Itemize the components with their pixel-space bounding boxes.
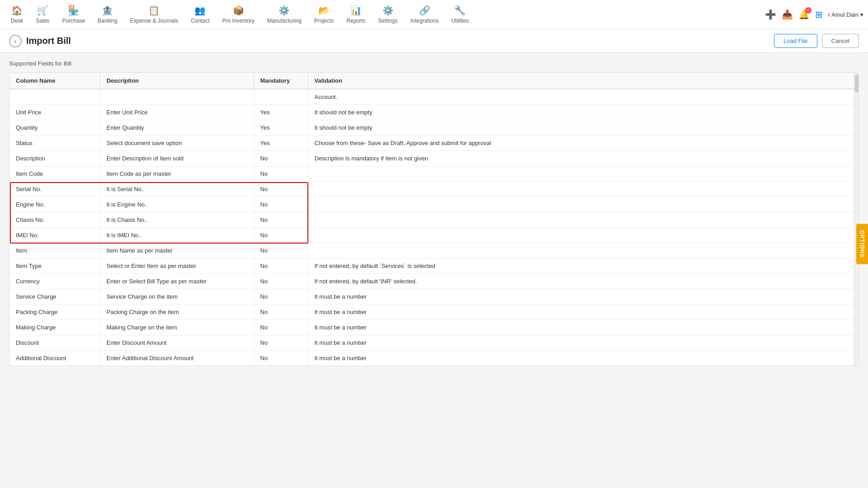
section-title: Supported Fields for Bill bbox=[9, 60, 859, 67]
cell-mandatory: No bbox=[254, 228, 308, 243]
table-row: Making ChargeMaking Charge on the itemNo… bbox=[9, 320, 859, 335]
nav-item-contact[interactable]: 👥Contact bbox=[184, 1, 216, 28]
banking-icon: 🏦 bbox=[102, 5, 113, 16]
cell-column_name: Discount bbox=[9, 335, 100, 351]
table-row: Account. bbox=[9, 89, 859, 105]
notification-wrapper: 🔔 0 bbox=[798, 9, 810, 20]
cell-description: It is Engine No.. bbox=[100, 197, 254, 212]
cell-column_name: Chasis No. bbox=[9, 212, 100, 228]
nav-items: 🏠Desk🛒Sales🏪Purchase🏦Banking📋Expense & J… bbox=[5, 1, 765, 28]
nav-item-desk[interactable]: 🏠Desk bbox=[5, 1, 29, 28]
cell-column_name: Engine No. bbox=[9, 197, 100, 212]
cell-description: Enter Unit Price bbox=[100, 105, 254, 120]
cell-validation: It must be a number bbox=[308, 351, 859, 366]
cell-validation bbox=[308, 166, 859, 182]
projects-icon: 📂 bbox=[318, 5, 330, 16]
manufacturing-icon: ⚙️ bbox=[278, 5, 290, 16]
cell-validation: If not entered, by default `Services` is… bbox=[308, 258, 859, 274]
cell-column_name: Unit Price bbox=[9, 105, 100, 120]
cell-column_name: Serial No. bbox=[9, 182, 100, 197]
table-row: IMEI No.It is IMEI No..No bbox=[9, 228, 859, 243]
integrations-icon: 🔗 bbox=[419, 5, 430, 16]
nav-item-settings[interactable]: ⚙️Settings bbox=[372, 1, 404, 28]
scroll-thumb bbox=[855, 75, 859, 93]
nav-item-utilities[interactable]: 🔧Utilities bbox=[445, 1, 475, 28]
cell-mandatory: Yes bbox=[254, 120, 308, 136]
table-row: StatusSelect document save optionYesChoo… bbox=[9, 136, 859, 151]
cell-mandatory: No bbox=[254, 335, 308, 351]
nav-label-contact: Contact bbox=[191, 18, 209, 24]
cell-validation: Account. bbox=[308, 89, 859, 105]
content-area: Supported Fields for Bill Column Name De… bbox=[0, 53, 868, 373]
cell-validation bbox=[308, 228, 859, 243]
nav-label-banking: Banking bbox=[98, 18, 117, 24]
cell-validation: If not entered, by default 'INR' selecte… bbox=[308, 274, 859, 289]
nav-item-expense[interactable]: 📋Expense & Journals bbox=[123, 1, 184, 28]
cell-mandatory: No bbox=[254, 289, 308, 305]
cell-mandatory bbox=[254, 89, 308, 105]
cell-column_name: Packing Charge bbox=[9, 305, 100, 320]
table-row: Serial No.It is Serial No..No bbox=[9, 182, 859, 197]
cell-column_name: Item Code bbox=[9, 166, 100, 182]
cell-validation bbox=[308, 197, 859, 212]
cell-validation: It should not be empty bbox=[308, 120, 859, 136]
nav-item-reports[interactable]: 📊Reports bbox=[340, 1, 372, 28]
table-row: DescriptionEnter Description of Item sol… bbox=[9, 151, 859, 166]
table-row: Engine No.It is Engine No..No bbox=[9, 197, 859, 212]
contact-icon: 👥 bbox=[194, 5, 206, 16]
cell-description: Service Charge on the item bbox=[100, 289, 254, 305]
table-row: Chasis No.It is Chasis No..No bbox=[9, 212, 859, 228]
scrollbar[interactable] bbox=[854, 73, 859, 366]
nav-label-purchase: Purchase bbox=[62, 18, 85, 24]
user-menu[interactable]: r Amul Dain ▾ bbox=[828, 11, 863, 18]
add-icon[interactable]: ➕ bbox=[765, 9, 776, 20]
header-actions: Load File Cancel bbox=[774, 34, 859, 48]
cell-description: Enter Additional Discount Amount bbox=[100, 351, 254, 366]
cell-validation: Description is mandatory if Item is not … bbox=[308, 151, 859, 166]
nav-label-settings: Settings bbox=[378, 18, 397, 24]
cell-mandatory: No bbox=[254, 258, 308, 274]
nav-item-pro-inventory[interactable]: 📦Pro Inventory bbox=[216, 1, 261, 28]
cancel-button[interactable]: Cancel bbox=[822, 34, 859, 48]
reports-icon: 📊 bbox=[350, 5, 362, 16]
cell-description: It is IMEI No.. bbox=[100, 228, 254, 243]
load-file-button[interactable]: Load File bbox=[774, 34, 817, 48]
cell-mandatory: No bbox=[254, 197, 308, 212]
nav-item-banking[interactable]: 🏦Banking bbox=[91, 1, 123, 28]
nav-item-purchase[interactable]: 🏪Purchase bbox=[56, 1, 91, 28]
nav-label-reports: Reports bbox=[346, 18, 365, 24]
import-icon[interactable]: 📥 bbox=[782, 9, 793, 20]
cell-column_name: Item Type bbox=[9, 258, 100, 274]
nav-item-manufacturing[interactable]: ⚙️Manufacturing bbox=[261, 1, 308, 28]
cell-validation bbox=[308, 212, 859, 228]
table-row: QuantityEnter QuantityYesIt should not b… bbox=[9, 120, 859, 136]
cell-description: Enter Quantity bbox=[100, 120, 254, 136]
cell-validation: It should not be empty bbox=[308, 105, 859, 120]
cell-mandatory: No bbox=[254, 166, 308, 182]
cell-column_name: Additional Discount bbox=[9, 351, 100, 366]
back-button[interactable]: ‹ bbox=[9, 35, 22, 47]
options-tab[interactable]: OPTIONS bbox=[856, 224, 868, 264]
cell-mandatory: No bbox=[254, 351, 308, 366]
cell-mandatory: No bbox=[254, 182, 308, 197]
nav-item-sales[interactable]: 🛒Sales bbox=[29, 1, 56, 28]
sales-icon: 🛒 bbox=[37, 5, 48, 16]
fields-table: Column Name Description Mandatory Valida… bbox=[9, 73, 859, 366]
nav-item-projects[interactable]: 📂Projects bbox=[308, 1, 340, 28]
page-header-left: ‹ Import Bill bbox=[9, 35, 71, 47]
cell-description bbox=[100, 89, 254, 105]
grid-icon[interactable]: ⊞ bbox=[815, 9, 823, 20]
col-header-description: Description bbox=[100, 73, 254, 89]
table-row: Packing ChargePacking Charge on the item… bbox=[9, 305, 859, 320]
cell-description: It is Serial No.. bbox=[100, 182, 254, 197]
cell-validation: Choose from these- Save as Draft, Approv… bbox=[308, 136, 859, 151]
table-row: CurrencyEnter or Select Bill Type as per… bbox=[9, 274, 859, 289]
cell-description: Select or Enter Item as per master bbox=[100, 258, 254, 274]
nav-item-integrations[interactable]: 🔗Integrations bbox=[404, 1, 445, 28]
table-row: ItemItem Name as per masterNo bbox=[9, 243, 859, 258]
cell-column_name: Making Charge bbox=[9, 320, 100, 335]
cell-description: Item Name as per master bbox=[100, 243, 254, 258]
nav-label-manufacturing: Manufacturing bbox=[267, 18, 302, 24]
page-header: ‹ Import Bill Load File Cancel bbox=[0, 29, 868, 53]
cell-column_name: Description bbox=[9, 151, 100, 166]
